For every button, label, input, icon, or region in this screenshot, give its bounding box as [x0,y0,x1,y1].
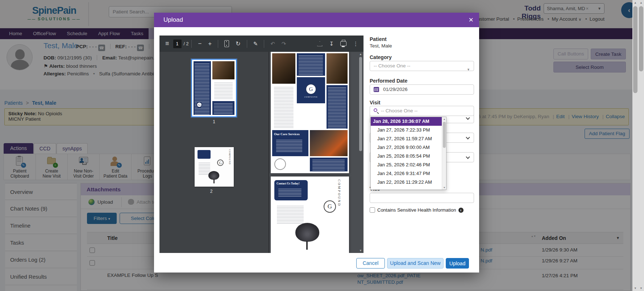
performed-date-input[interactable]: 01/29/2026 [370,84,474,95]
category-select[interactable]: -- Choose One -- ▼ [370,61,474,71]
visit-option[interactable]: Jan 25, 2026 2:02:46 PM [371,161,446,169]
scroll-down-icon[interactable]: ▼ [638,286,644,291]
download-icon[interactable]: ↧ [329,41,334,47]
dropdown-scrollbar[interactable]: ▲ ▼ [442,117,446,190]
add-stamp-icon[interactable] [317,41,323,46]
chevron-down-icon [466,135,470,139]
scrollbar-outer[interactable]: ▲ ▼ [632,0,638,291]
page-thumbnail-1[interactable]: G [191,59,237,117]
calendar-icon [374,87,379,92]
performed-date-label: Performed Date [370,78,474,84]
cancel-button[interactable]: Cancel [356,258,385,269]
visit-option[interactable]: Jan 28, 2026 10:36:07 AM [371,117,446,126]
search-icon [374,108,377,112]
fit-page-icon[interactable] [224,40,229,47]
patient-field-label: Patient [370,36,474,42]
page-count: / 2 [184,41,189,46]
upload-button[interactable]: Upload [446,258,469,269]
visit-dropdown-list: Jan 28, 2026 10:36:07 AM Jan 27, 2026 7:… [370,117,446,190]
chevron-down-icon: ▼ [467,65,470,74]
preview-page-1: G COMPOUND Our Core Services [271,52,349,173]
visit-combobox-value: -- Choose One -- [381,108,417,113]
pdf-thumbnails-pane: G 1 COMPOUND G 2 [159,52,269,253]
sensitive-info-label: Contains Sensitive Health Information [377,207,456,213]
print-icon[interactable] [340,41,346,46]
undo-icon[interactable]: ↶ [270,41,275,47]
info-icon[interactable]: i [458,208,464,213]
close-icon[interactable]: × [469,15,473,25]
patient-field-value: Test, Male [370,43,474,49]
upload-and-scan-new-button[interactable]: Upload and Scan New [387,258,444,269]
page-number-input[interactable]: 1 [173,40,182,48]
preview-scrollbar[interactable]: ▲ ▼ [358,53,363,252]
scroll-up-icon[interactable]: ▲ [638,0,644,5]
visit-option[interactable]: Jan 25, 2026 8:05:54 PM [371,152,446,161]
page-thumbnail-2[interactable]: COMPOUND G [195,147,234,187]
sensitive-info-checkbox[interactable] [370,207,375,213]
scroll-down-icon[interactable]: ▼ [632,286,638,291]
chevron-down-icon [466,155,470,159]
page-thumbnail-label: 1 [191,119,237,124]
draw-annotation-icon[interactable]: ✎ [253,41,258,47]
pdf-preview-pane[interactable]: G COMPOUND Our Core Services Contact Us … [270,52,363,253]
category-label: Category [370,54,474,60]
performed-date-value: 01/29/2026 [383,87,408,92]
redo-icon[interactable]: ↷ [282,41,286,47]
visit-option[interactable]: Jan 27, 2026 11:59:27 AM [371,134,446,143]
visit-combobox[interactable]: -- Choose One -- [370,106,474,116]
zoom-out-icon[interactable]: − [198,40,201,47]
category-select-value: -- Choose One -- [374,63,410,68]
upload-modal-header: Upload × [154,13,479,27]
visit-label: Visit [370,100,474,105]
page-thumbnail-label: 2 [192,189,231,194]
chevron-down-icon [466,116,470,120]
visit-option[interactable]: Jan 27, 2026 9:00:00 AM [371,143,446,152]
zoom-in-icon[interactable]: + [208,40,212,47]
sidebar-toggle-icon[interactable]: ≡ [165,40,169,47]
application-window: SpinePain SOLUTIONS Todd Riggs Sharma, A… [0,0,644,291]
visit-option[interactable]: Jan 24, 2026 9:31:47 PM [371,169,446,178]
pdf-viewer: ≡ 1 / 2 − + ↻ ✎ ↶ ↷ ↧ ⋮ [159,36,363,253]
modal-title: Upload [163,16,183,24]
upload-modal: Upload × ≡ 1 / 2 − + ↻ ✎ ↶ ↷ [154,13,479,273]
title-input[interactable] [370,193,474,203]
more-options-icon[interactable]: ⋮ [353,41,358,47]
sensitive-info-row: Contains Sensitive Health Information i [370,207,464,213]
preview-page-2: Contact Us Today! COMPOUND G [271,176,349,253]
pdf-toolbar: ≡ 1 / 2 − + ↻ ✎ ↶ ↷ ↧ ⋮ [159,36,363,52]
scrollbar-inner[interactable]: ▲ ▼ [638,0,644,291]
visit-option[interactable]: Jan 27, 2026 7:22:33 PM [371,126,446,134]
rotate-icon[interactable]: ↻ [236,40,240,47]
visit-option[interactable]: Jan 22, 2026 11:29:22 AM [371,178,446,187]
scroll-up-icon[interactable]: ▲ [632,0,638,5]
